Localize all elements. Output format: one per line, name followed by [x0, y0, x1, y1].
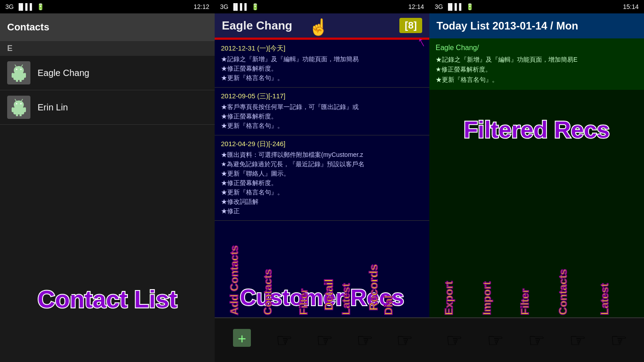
record-entry-0: 2012-12-31 (一)[今天] ★記錄之『新增』及『編輯』功能頁面，增加簡… [215, 40, 429, 88]
status-bar-right: 3G ▐▌▌▌ 🔋 15:14 [429, 0, 644, 13]
status-bar-left: 3G ▐▌▌▌ 🔋 12:12 [0, 0, 215, 13]
record-text-0: ★記錄之『新增』及『編輯』功能頁面，增加簡易 ★修正螢幕解析度。 ★更新『格言名… [221, 55, 423, 83]
svg-point-2 [20, 68, 21, 70]
latest-r-icon: ☞ [610, 329, 627, 351]
section-letter: E [0, 41, 215, 56]
battery-icon-right: 🔋 [466, 3, 474, 10]
contact-name-erin: Erin Lin [38, 102, 68, 113]
toolbar-btn-contacts[interactable]: ☞ [276, 329, 293, 351]
signal-icon-left: 3G [5, 3, 14, 10]
toolbar-btn-dial[interactable]: ☞ [396, 329, 413, 351]
status-icons-middle: 3G ▐▌▌▌ 🔋 [220, 3, 259, 10]
filter-r-icon: ☞ [528, 329, 545, 351]
contact-name-eagle: Eagle Chang [38, 68, 89, 78]
svg-rect-5 [24, 73, 26, 78]
toolbar-btn-latest-r[interactable]: ☞ [610, 329, 627, 351]
avatar-eagle [7, 61, 30, 84]
signal-icon-middle: 3G [220, 3, 229, 10]
time-left: 12:12 [194, 3, 209, 10]
status-bar-middle: 3G ▐▌▌▌ 🔋 12:14 [215, 0, 429, 13]
svg-text:+: + [237, 331, 246, 347]
middle-toolbar: + ☞ ☞ ☞ ☞ [215, 317, 429, 362]
right-toolbar: ☞ ☞ ☞ ☞ ☞ [429, 317, 644, 362]
contact-list-text: Contact List [38, 286, 177, 312]
filtered-recs-label: Filtered Recs [464, 116, 610, 143]
right-panel: 3G ▐▌▌▌ 🔋 15:14 Today List 2013-01-14 / … [429, 0, 644, 362]
time-middle: 12:14 [408, 3, 424, 10]
import-icon: ☞ [487, 329, 504, 351]
record-date-0: 2012-12-31 (一)[今天] [221, 44, 423, 53]
avatar-erin [7, 96, 30, 119]
svg-rect-4 [12, 73, 14, 78]
record-text-1: ★客戶專頁長按任何單一記錄，可『匯出記錄』或 ★修正螢幕解析度。 ★更新『格言名… [221, 102, 423, 130]
label-contacts-r: Contacts [557, 269, 569, 315]
filtered-recs-text: Filtered Recs [464, 117, 610, 143]
svg-point-1 [16, 68, 17, 70]
bars-icon-left: ▐▌▌▌ [17, 3, 34, 10]
filter-icon: ☞ [316, 329, 333, 351]
label-filter-r: Filter [519, 289, 531, 315]
record-date-2: 2012-04-29 (日)[-246] [221, 140, 423, 148]
middle-panel: 3G ▐▌▌▌ 🔋 12:14 Eagle Chang ☝️ [8] ↑ 201… [215, 0, 429, 362]
signal-icon-right: 3G [435, 3, 443, 10]
right-title: Today List 2013-01-14 / Mon [436, 20, 578, 32]
svg-rect-15 [24, 107, 26, 112]
status-icons-left: 3G ▐▌▌▌ 🔋 [5, 3, 44, 10]
middle-header: Eagle Chang ☝️ [8] ↑ [215, 13, 429, 38]
contact-item-eagle[interactable]: Eagle Chang [0, 56, 215, 90]
today-text-0: ★記錄之『新增』及『編輯』功能頁面，增加簡易E ★修正螢幕解析度。 ★更新『格言… [436, 55, 638, 84]
svg-rect-6 [16, 79, 18, 82]
svg-line-9 [21, 65, 23, 67]
svg-line-19 [21, 99, 23, 101]
export-icon: ☞ [446, 329, 463, 351]
toolbar-btn-contacts-r[interactable]: ☞ [569, 329, 586, 351]
svg-line-8 [15, 65, 16, 67]
left-panel: 3G ▐▌▌▌ 🔋 12:12 Contacts E [0, 0, 215, 362]
contact-list-label: Contact List [38, 285, 177, 313]
latest-icon: ☞ [356, 329, 373, 351]
dial-icon: ☞ [396, 329, 413, 351]
toolbar-btn-filter[interactable]: ☞ [316, 329, 333, 351]
right-header: Today List 2013-01-14 / Mon [429, 13, 644, 38]
contacts-r-icon: ☞ [569, 329, 586, 351]
battery-icon-middle: 🔋 [251, 3, 259, 10]
svg-rect-17 [20, 114, 22, 116]
svg-rect-16 [16, 114, 18, 116]
bars-icon-middle: ▐▌▌▌ [231, 3, 249, 10]
battery-icon-left: 🔋 [37, 3, 44, 10]
record-text-2: ★匯出資料：可選擇以郵件附加檔案(myCustomer.z ★為避免記錄過於冗長… [221, 150, 423, 216]
record-entry-1: 2012-09-05 (三)[-117] ★客戶專頁長按任何單一記錄，可『匯出記… [215, 88, 429, 135]
svg-line-18 [15, 99, 16, 101]
cursor-hand-header: ☝️ [309, 18, 329, 37]
time-right: 15:14 [623, 3, 639, 10]
status-icons-right: 3G ▐▌▌▌ 🔋 [435, 3, 474, 10]
toolbar-btn-latest[interactable]: ☞ [356, 329, 373, 351]
toolbar-btn-filter-r[interactable]: ☞ [528, 329, 545, 351]
today-entry-0: Eagle Chang/ ★記錄之『新增』及『編輯』功能頁面，增加簡易E ★修正… [429, 38, 644, 90]
middle-header-name: Eagle Chang [222, 19, 292, 33]
contacts-icon: ☞ [276, 329, 293, 351]
bars-icon-right: ▐▌▌▌ [446, 3, 464, 10]
label-export: Export [443, 281, 455, 315]
middle-header-badge: [8] [399, 18, 422, 33]
record-entry-2: 2012-04-29 (日)[-246] ★匯出資料：可選擇以郵件附加檔案(my… [215, 135, 429, 221]
svg-rect-14 [12, 107, 14, 112]
add-icon: + [231, 327, 253, 354]
label-latest-r: Latest [598, 283, 611, 315]
label-import: Import [481, 282, 493, 315]
records-list: 2012-12-31 (一)[今天] ★記錄之『新增』及『編輯』功能頁面，增加簡… [215, 40, 429, 317]
toolbar-btn-add[interactable]: + [231, 327, 253, 354]
svg-point-12 [20, 103, 21, 104]
svg-point-11 [16, 103, 17, 104]
record-date-1: 2012-09-05 (三)[-117] [221, 92, 423, 101]
contacts-title: Contacts [7, 21, 49, 33]
contact-item-erin[interactable]: Erin Lin [0, 90, 215, 125]
svg-rect-13 [13, 107, 24, 114]
svg-rect-7 [20, 79, 22, 82]
toolbar-btn-import[interactable]: ☞ [487, 329, 504, 351]
svg-rect-3 [13, 73, 24, 80]
toolbar-btn-export[interactable]: ☞ [446, 329, 463, 351]
contacts-header: Contacts [0, 13, 215, 41]
today-contact-name-0: Eagle Chang/ [436, 44, 638, 52]
